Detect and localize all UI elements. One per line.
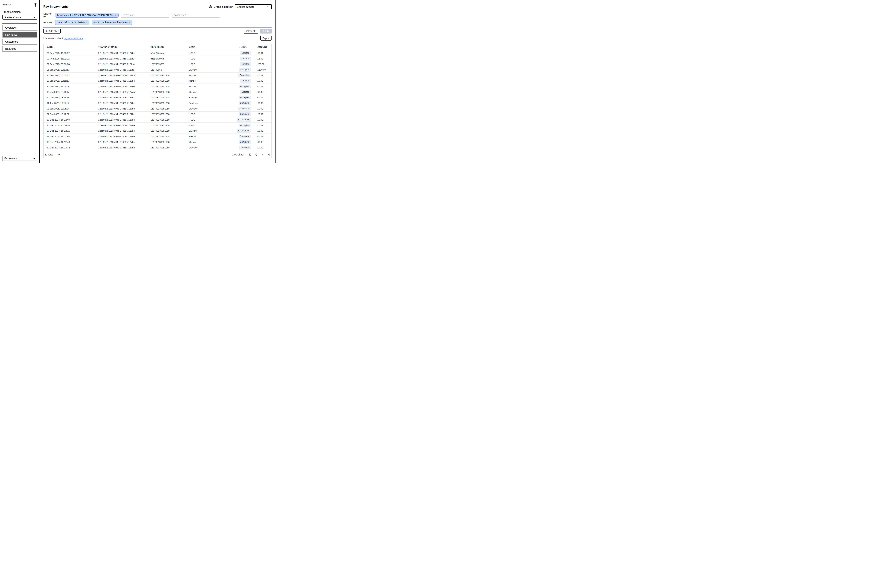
cell-reference: h5pjn9fwvigd: [147, 57, 186, 60]
sidebar-divider: [3, 23, 37, 24]
cell-transaction_id: 32ea9ef2-1213-c94e-37468-7127be: [95, 80, 147, 82]
filter-chip-date[interactable]: Date: 21/02/25 - 07/03/25 ×: [55, 20, 89, 25]
app-window: YASPA Brand selection: Shelter +2more Ov…: [0, 0, 275, 164]
cell-status: Created: [223, 90, 254, 94]
add-filter-button[interactable]: + Add filter: [44, 28, 60, 33]
chevron-down-icon: [33, 16, 36, 19]
previous-page-icon[interactable]: [255, 153, 258, 156]
filter-by-label: Filter by: [44, 21, 53, 24]
table-row[interactable]: 02 Feb 2025, 11:01:3232ea9ef2-1213-c94e-…: [44, 56, 272, 62]
filter-chip-bank[interactable]: Bank: Aachener Bank eG(DE) ×: [92, 20, 132, 25]
cell-amount: £0.02: [254, 113, 272, 116]
table-row[interactable]: 20 Jan 2025, 18:11:1732ea9ef2-1213-c94e-…: [44, 78, 272, 84]
gear-icon: ⚙: [4, 157, 7, 160]
column-header-date: DATE: [44, 46, 95, 48]
table-row[interactable]: 08 Jan 2025, 12:06:0432ea9ef2-1213-c94e-…: [44, 106, 272, 112]
table-row[interactable]: 02 Jan 2025, 18:11:0232ea9ef2-1213-c94e-…: [44, 112, 272, 117]
cell-amount: £20.00: [254, 63, 272, 66]
sidebar-brand-select[interactable]: Shelter +2more: [3, 15, 37, 20]
last-page-icon[interactable]: [267, 153, 270, 156]
cell-bank: Revolut: [186, 135, 223, 138]
status-badge: Accepted: [239, 96, 251, 99]
cell-date: 17 Dec 2024, 18:12:32: [44, 146, 95, 149]
table-row[interactable]: 26 Jan 2025, 12:10:1332ea9ef2-1213-c94e-…: [44, 67, 272, 73]
top-brand-select-value: Shelter +2more: [237, 6, 254, 8]
main-content: Pay-in payments Brand selection Shelter …: [40, 0, 275, 163]
chevron-down-icon: [57, 153, 60, 156]
rows-per-page-select[interactable]: 50 rows: [44, 153, 60, 156]
table-row[interactable]: 18 Jan 2025, 18:11:1732ea9ef2-1213-c94e-…: [44, 89, 272, 95]
top-brand-select[interactable]: Shelter +2more: [235, 4, 272, 9]
cell-reference: 151703130951958: [147, 96, 186, 99]
table-row[interactable]: 20 Dec 2024, 18:12:1132ea9ef2-1213-c94e-…: [44, 128, 272, 134]
next-page-icon[interactable]: [261, 153, 264, 156]
cell-bank: Barclays: [186, 129, 223, 132]
cell-date: 20 Jan 2025, 09:03:06: [44, 85, 95, 88]
cell-date: 02 Jan 2025, 18:11:02: [44, 113, 95, 116]
chip-label: Date:: [57, 21, 63, 24]
column-header-status: STATUS: [223, 46, 254, 48]
cell-bank: Monzo: [186, 91, 223, 93]
clear-all-button[interactable]: Clear all: [244, 28, 258, 33]
cell-date: 12 Jan 2025, 18:11:11: [44, 96, 95, 99]
cell-transaction_id: 32ea9ef2-1213-c94e-37468-7127be: [95, 146, 147, 149]
cell-date: 30 Dec 2024, 13:20:56: [44, 124, 95, 127]
cell-reference: 151703130951958: [147, 141, 186, 143]
status-badge: In-progress: [237, 118, 251, 122]
chevron-down-icon: [267, 6, 270, 8]
table-row[interactable]: 12 Jan 2025, 18:11:1132ea9ef2-1213-c94e-…: [44, 95, 272, 100]
payment-statuses-link[interactable]: payment statuses: [64, 37, 83, 40]
table-row[interactable]: 30 Dec 2024, 18:12:0932ea9ef2-1213-c94e-…: [44, 117, 272, 123]
close-icon[interactable]: ×: [86, 21, 87, 24]
search-by-label: Search by: [44, 12, 53, 18]
table-row[interactable]: 19 Dec 2024, 18:12:0232ea9ef2-1213-c94e-…: [44, 134, 272, 140]
status-badge: Accepted: [239, 68, 251, 72]
cell-amount: £0.02: [254, 102, 272, 104]
cell-reference: 151703130951958: [147, 85, 186, 88]
cell-status: Created: [223, 57, 254, 60]
collapse-sidebar-icon[interactable]: [33, 3, 37, 7]
cell-reference: 151703130951958: [147, 91, 186, 93]
table-row[interactable]: 17 Dec 2024, 18:12:3232ea9ef2-1213-c94e-…: [44, 145, 272, 150]
table-row[interactable]: 24 Jan 2025, 10:03:3232ea9ef2-1213-c94e-…: [44, 73, 272, 78]
cell-amount: £0.02: [254, 96, 272, 99]
cell-bank: Barclays: [186, 96, 223, 99]
table-row[interactable]: 11 Jan 2025, 18:11:1732ea9ef2-1213-c94e-…: [44, 100, 272, 106]
customer-id-input[interactable]: [171, 13, 220, 18]
table-row[interactable]: 01 Feb 2025, 09:03:0432ea9ef2-1213-c94e-…: [44, 62, 272, 67]
first-page-icon[interactable]: [249, 153, 251, 156]
cell-transaction_id: 32ea9ef2-1213-c94e-37468-7127be: [95, 113, 147, 116]
chevron-down-icon: [33, 157, 36, 160]
cell-transaction_id: 32ea9ef2-1213-c94e-37468-7127fd: [95, 68, 147, 71]
table-row[interactable]: 30 Dec 2024, 13:20:5632ea9ef2-1213-c94e-…: [44, 123, 272, 128]
sidebar-item-settings[interactable]: ⚙ Settings: [3, 156, 37, 161]
status-badge: Created: [240, 62, 251, 66]
cell-date: 24 Jan 2025, 10:03:32: [44, 74, 95, 76]
sidebar-item-customers[interactable]: Customers: [3, 39, 37, 45]
export-button[interactable]: Export: [260, 36, 272, 40]
cell-transaction_id: 32ea9ef2-1213-c94e-37468-7127sa: [95, 63, 147, 66]
apply-button[interactable]: Apply: [260, 28, 272, 33]
search-chip-transaction-id[interactable]: Transaction ID: 32ea9ef2-1213-c94e-37468…: [55, 13, 119, 18]
top-brand-selection-label: Brand selection: [213, 5, 233, 8]
chip-value: Aachener Bank eG(DE): [101, 21, 128, 24]
close-icon[interactable]: ×: [115, 14, 117, 16]
table-row[interactable]: 06 Feb 2025, 15:03:3232ea9ef2-1213-c94e-…: [44, 50, 272, 56]
status-badge: Complete: [239, 140, 251, 144]
cell-status: Accepted: [223, 68, 254, 72]
cell-amount: £0.02: [254, 118, 272, 121]
pagination-range: 1-50 of 624: [232, 153, 245, 156]
close-icon[interactable]: ×: [129, 21, 130, 24]
cell-status: Complete: [223, 135, 254, 138]
status-badge: In-progress: [237, 129, 251, 133]
cell-bank: Monzo: [186, 74, 223, 76]
reference-input[interactable]: [121, 13, 169, 18]
status-badge: Created: [240, 79, 251, 82]
cell-bank: Monzo: [186, 80, 223, 82]
sidebar-item-overview[interactable]: Overview: [3, 25, 37, 30]
table-row[interactable]: 20 Jan 2025, 09:03:0632ea9ef2-1213-c94e-…: [44, 84, 272, 89]
sidebar-item-payments[interactable]: Payments: [3, 32, 37, 38]
sidebar-item-balances[interactable]: Balances: [3, 46, 37, 52]
table-row[interactable]: 18 Dec 2024, 18:12:4332ea9ef2-1213-c94e-…: [44, 140, 272, 145]
info-icon[interactable]: [209, 5, 212, 8]
